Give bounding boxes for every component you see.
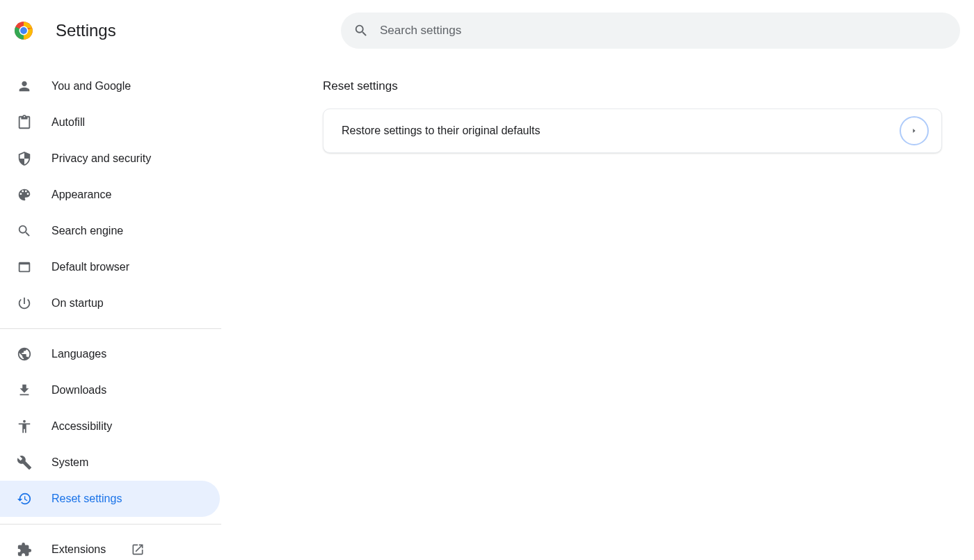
wrench-icon bbox=[17, 455, 32, 470]
sidebar-item-label: Languages bbox=[51, 348, 220, 360]
search-icon bbox=[353, 23, 369, 38]
sidebar-item-label: On startup bbox=[51, 297, 220, 310]
person-icon bbox=[17, 79, 32, 94]
sidebar-item-accessibility[interactable]: Accessibility bbox=[0, 408, 220, 445]
sidebar-item-label: Default browser bbox=[51, 261, 220, 273]
svg-point-2 bbox=[20, 27, 27, 34]
sidebar-item-reset-settings[interactable]: Reset settings bbox=[0, 481, 220, 517]
search-icon bbox=[17, 223, 32, 239]
nav-group-2: Languages Downloads Accessibility System bbox=[0, 336, 221, 517]
sidebar-item-label: Search engine bbox=[51, 225, 220, 237]
globe-icon bbox=[17, 346, 32, 362]
puzzle-icon bbox=[17, 542, 32, 557]
sidebar-item-search-engine[interactable]: Search engine bbox=[0, 213, 220, 249]
palette-icon bbox=[17, 187, 32, 202]
open-in-new-icon bbox=[131, 543, 145, 557]
sidebar-item-label: Reset settings bbox=[51, 493, 220, 505]
sidebar-item-label: Privacy and security bbox=[51, 152, 220, 165]
sidebar-item-label: Appearance bbox=[51, 189, 220, 201]
app-header: Settings bbox=[0, 0, 974, 58]
page-title: Settings bbox=[56, 21, 116, 40]
nav-group-3: Extensions bbox=[0, 531, 221, 560]
main-content: Reset settings Restore settings to their… bbox=[221, 58, 974, 560]
chrome-logo-icon bbox=[14, 21, 33, 40]
sidebar-item-extensions[interactable]: Extensions bbox=[0, 531, 220, 560]
sidebar-item-label: You and Google bbox=[51, 80, 220, 93]
sidebar-item-label: System bbox=[51, 456, 220, 469]
sidebar-item-label: Autofill bbox=[51, 116, 220, 129]
sidebar-item-label: Extensions bbox=[51, 543, 106, 556]
shield-icon bbox=[17, 151, 32, 166]
sidebar-nav: You and Google Autofill Privacy and secu… bbox=[0, 58, 221, 560]
layout: You and Google Autofill Privacy and secu… bbox=[0, 58, 974, 560]
sidebar-item-languages[interactable]: Languages bbox=[0, 336, 220, 372]
sidebar-item-privacy-and-security[interactable]: Privacy and security bbox=[0, 141, 220, 177]
sidebar-item-label: Accessibility bbox=[51, 420, 220, 433]
accessibility-icon bbox=[17, 419, 32, 434]
sidebar-item-label: Downloads bbox=[51, 384, 220, 397]
divider bbox=[0, 524, 221, 525]
history-icon bbox=[17, 491, 32, 506]
clipboard-icon bbox=[17, 115, 32, 130]
download-icon bbox=[17, 383, 32, 398]
sidebar-item-downloads[interactable]: Downloads bbox=[0, 372, 220, 408]
card-text: Restore settings to their original defau… bbox=[342, 125, 540, 137]
sidebar-item-autofill[interactable]: Autofill bbox=[0, 104, 220, 141]
search-bar[interactable] bbox=[341, 13, 960, 49]
divider bbox=[0, 328, 221, 329]
arrow-right-button[interactable] bbox=[900, 116, 929, 145]
nav-group-1: You and Google Autofill Privacy and secu… bbox=[0, 58, 221, 321]
restore-defaults-row[interactable]: Restore settings to their original defau… bbox=[323, 109, 942, 153]
search-input[interactable] bbox=[380, 24, 948, 38]
sidebar-item-system[interactable]: System bbox=[0, 445, 220, 481]
chevron-right-icon bbox=[911, 127, 918, 134]
window-icon bbox=[17, 259, 32, 275]
sidebar-item-appearance[interactable]: Appearance bbox=[0, 177, 220, 213]
power-icon bbox=[17, 296, 32, 311]
section-title: Reset settings bbox=[323, 79, 943, 93]
sidebar-item-default-browser[interactable]: Default browser bbox=[0, 249, 220, 285]
sidebar-item-you-and-google[interactable]: You and Google bbox=[0, 68, 220, 104]
sidebar-item-on-startup[interactable]: On startup bbox=[0, 285, 220, 321]
